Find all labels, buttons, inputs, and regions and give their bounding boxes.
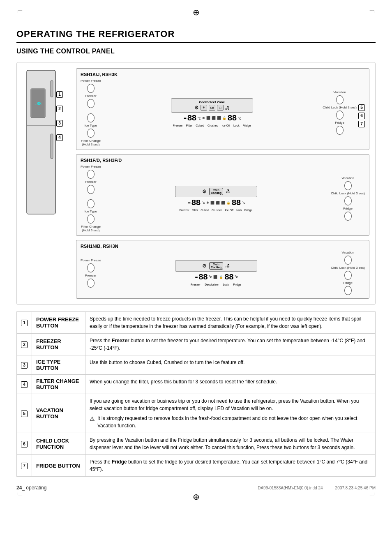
- feature-row-7: 7 FRIDGE BUTTON Press the Fridge button …: [17, 455, 376, 477]
- panel-3-vacation-icon: 🏖: [226, 263, 230, 268]
- feature-table: 1 POWER FREEZE BUTTON Speeds up the time…: [16, 311, 376, 477]
- feature-6-label: CHILD LOCK FUNCTION: [32, 433, 85, 455]
- feature-5-text: If you are going on vacation or business…: [90, 398, 359, 411]
- page-number: 24: [16, 485, 22, 491]
- panel-1-temp-left: -88: [182, 113, 196, 123]
- panel-3-childlock-label: Child Lock (Hold 3 sec): [331, 266, 365, 270]
- panel-2-twin: ⚙ TwinCooling 🏖: [179, 188, 254, 195]
- panel-1-childlock-btn: [336, 111, 344, 120]
- corner-br: ─┘: [370, 493, 376, 501]
- panel-3-childlock-btn: [344, 271, 352, 280]
- panel-2-filter-btn: [87, 214, 95, 224]
- panel-2-left: Power Freeze Freezer Ice Type Filter Cha…: [81, 165, 101, 232]
- p2-sl3: Cubed: [201, 209, 209, 212]
- warning-triangle-icon: ⚠: [90, 415, 95, 429]
- num-badge-5: 5: [21, 410, 28, 417]
- label-7: 7: [358, 121, 365, 127]
- fridge-layout: -88 1 2 3 4 RSH1K/J, RSH3K: [23, 68, 369, 299]
- p3i1: ⬛: [213, 275, 217, 279]
- feature-row-6: 6 CHILD LOCK FUNCTION By pressing the Va…: [17, 433, 376, 455]
- p3-sl4: Fridge: [233, 283, 241, 286]
- feature-5-desc: If you are going on vacation or business…: [85, 394, 376, 433]
- pi1-b5: 🔒: [222, 116, 226, 120]
- feature-4-num: 4: [17, 375, 32, 394]
- panel-1-bottom-icons: ❄ ⬛ ⬛ ⬛ 🔒: [202, 116, 226, 120]
- subsection-title: USING THE CONTROL PANEL: [16, 48, 376, 57]
- feature-7-bold: Fridge: [112, 459, 127, 465]
- feature-1-desc: Speeds up the time needed to freeze prod…: [85, 312, 376, 334]
- panel-2-filter-label: Filter Change(Hold 3 sec): [81, 225, 101, 232]
- panel-2-childlock-label: Child Lock (Hold 3 sec): [331, 191, 365, 195]
- panel-1-childlock-label: Child Lock (Hold 3 sec): [323, 106, 357, 109]
- panel-1-deg-right: °c: [238, 116, 241, 120]
- panel-1-fridge-label: Fridge: [335, 121, 344, 125]
- label-4: 4: [56, 134, 63, 141]
- panel-1-power-freeze-btn: [87, 84, 95, 93]
- panel-1-sl2: Filter: [186, 124, 193, 127]
- panel-rsh1n: RSH1N/B, RSH3N Power Freeze Freezer ⚙: [76, 240, 369, 299]
- bottom-registration-mark: ⊕: [193, 493, 200, 501]
- panel-1-vacation-btn: [336, 95, 344, 104]
- feature-7-num: 7: [17, 455, 32, 477]
- panel-1-sl6: Lock: [233, 124, 240, 127]
- panel-2-gear-icon: ⚙: [202, 189, 207, 194]
- feature-5-num: 5: [17, 394, 32, 433]
- feature-2-desc: Press the Freezer button to set the free…: [85, 334, 376, 355]
- label-1: 1: [56, 91, 63, 98]
- panel-2-ice-btn: [87, 199, 95, 208]
- panel-1-coolselect: CoolSelect Zone: [175, 100, 249, 104]
- page-wrapper: ┌─ ⊕ ─┐ OPERATING THE REFRIGERATOR USING…: [16, 8, 376, 501]
- panel-1-sublabels: Freezer Filter Cubed Crushed Ice Off Loc…: [173, 124, 251, 127]
- p3i2: 🔒: [219, 275, 223, 279]
- panel-1-icon-1: ❄: [201, 105, 207, 111]
- pi1-b1: ❄: [202, 116, 205, 120]
- panel-2-pf-btn: [87, 170, 95, 179]
- feature-5-warning-row: ⚠ It is strongly requested to remove foo…: [90, 415, 371, 429]
- panel-2-center: ⚙ TwinCooling 🏖 -88 °c ❄ ⬛: [103, 186, 330, 212]
- control-panel-diagram: -88 1 2 3 4 RSH1K/J, RSH3K: [16, 62, 376, 305]
- panel-1-freezer-btn: [87, 99, 95, 108]
- panel-rsh1f: RSH1F/D, RSH3F/D Power Freeze Freezer Ic…: [76, 154, 369, 236]
- panel-2-right: Vacation Child Lock (Hold 3 sec) Fridge: [331, 176, 365, 221]
- panel-1-filter-label: Filter Change(Hold 3 sec): [81, 139, 101, 146]
- panel-3-right: Vacation Child Lock (Hold 3 sec) Fridge: [331, 251, 365, 295]
- panel-3-temp-left: -88: [194, 272, 208, 282]
- num-badge-7: 7: [21, 463, 28, 469]
- panel-2-deg-left: °c: [201, 201, 205, 205]
- feature-row-5: 5 VACATION BUTTON If you are going on va…: [17, 394, 376, 433]
- panel-3-left: Power Freeze Freezer: [81, 258, 101, 288]
- feature-2-num: 2: [17, 334, 32, 355]
- panel-3-pf-btn: [87, 263, 95, 272]
- panel-1-power-freeze-label: Power Freeze: [81, 79, 101, 83]
- footer-filename: DA99-01583A(HM)-EN(0.0).indd 24: [258, 486, 323, 490]
- feature-5-label: VACATION BUTTON: [32, 394, 85, 433]
- panel-3-pf-label: Power Freeze: [81, 258, 101, 262]
- panel-2-fridge-label: Fridge: [343, 207, 353, 210]
- panel-1-temp-row: -88 °c ❄ ⬛ ⬛ ⬛ 🔒 88 °c: [182, 113, 241, 123]
- feature-2-label: FREEZER BUTTON: [32, 334, 85, 355]
- p2i3: ⬛: [216, 201, 220, 205]
- panel-2-fz-label: Freezer: [85, 180, 97, 184]
- panel-2-display: Power Freeze Freezer Ice Type Filter Cha…: [81, 165, 365, 232]
- panel-2-twin-badge: TwinCooling: [209, 188, 223, 195]
- feature-6-desc: By pressing the Vacation button and the …: [85, 433, 376, 455]
- feature-1-label: POWER FREEZE BUTTON: [32, 312, 85, 334]
- panel-2-fridge-btn: [344, 212, 352, 221]
- svg-rect-2: [51, 81, 53, 97]
- panel-1-icon-2: On: [209, 105, 215, 111]
- panel-2-temp-left: -88: [187, 198, 200, 208]
- panel-1-icon-row: ⚙ ❄ On □ 🏖: [175, 105, 249, 111]
- panel-3-fz-label: Freezer: [85, 274, 97, 277]
- p2i4: ⬛: [221, 201, 225, 205]
- num-badge-3: 3: [21, 362, 28, 369]
- panel-2-fz-btn: [87, 185, 95, 194]
- fridge-illustration: -88 1 2 3 4: [23, 68, 72, 217]
- footer-file-info: DA99-01583A(HM)-EN(0.0).indd 24 2007.8.2…: [258, 486, 376, 490]
- corner-tr: ─┐: [370, 8, 376, 16]
- panel-3-deg-right: °c: [235, 275, 238, 279]
- p2-sl5: Ice Off: [225, 209, 233, 212]
- panel-2-childlock-btn: [344, 196, 352, 205]
- corner-bl: └─: [16, 493, 22, 501]
- panel-2-temp-row: -88 °c ❄ ⬛ ⬛ ⬛ 🔒 88 °c: [187, 198, 245, 208]
- svg-text:-88: -88: [34, 101, 42, 106]
